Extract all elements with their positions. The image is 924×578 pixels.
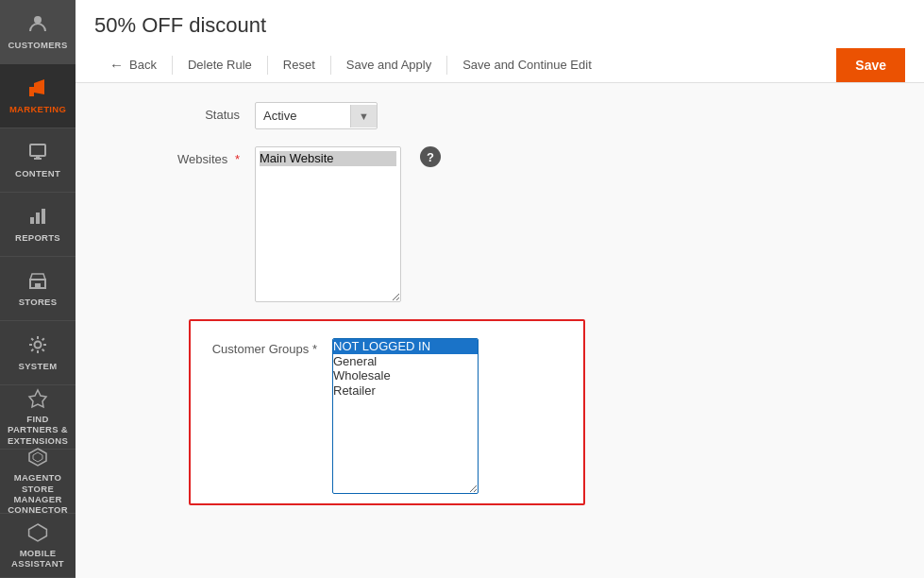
customer-groups-label: Customer Groups *: [200, 338, 332, 356]
svg-rect-4: [30, 144, 45, 156]
svg-rect-7: [30, 217, 34, 224]
customer-groups-control: NOT LOGGED IN General Wholesale Retailer: [332, 338, 479, 494]
status-control: Active Inactive ▼: [255, 102, 896, 129]
sidebar-item-mobile-assistant-label: MOBILE ASSISTANT: [4, 548, 72, 570]
svg-rect-8: [36, 212, 40, 224]
svg-point-12: [35, 342, 42, 348]
sidebar-item-stores-label: STORES: [19, 297, 58, 307]
toolbar: ← Back Delete Rule Reset Save and Apply …: [94, 47, 905, 82]
svg-marker-14: [29, 449, 46, 466]
header: 50% OFF discount ← Back Delete Rule Rese…: [76, 0, 924, 83]
sidebar-item-find-partners-label: FIND PARTNERS & EXTENSIONS: [4, 414, 72, 446]
sidebar-item-content[interactable]: CONTENT: [0, 128, 76, 193]
svg-rect-11: [35, 283, 41, 288]
svg-rect-3: [29, 94, 34, 96]
customer-groups-required-star: *: [312, 342, 317, 356]
sidebar-item-reports[interactable]: REPORTS: [0, 193, 76, 257]
sidebar-item-marketing[interactable]: MARKETING: [0, 64, 76, 128]
status-row: Status Active Inactive ▼: [104, 102, 896, 129]
sidebar-item-marketing-label: MARKETING: [9, 104, 66, 114]
status-select-wrapper: Active Inactive ▼: [255, 102, 378, 129]
sidebar-item-customers[interactable]: CUSTOMERS: [0, 0, 76, 64]
websites-listbox[interactable]: Main Website: [255, 146, 401, 302]
stores-icon: [26, 269, 49, 292]
back-button[interactable]: ← Back: [94, 47, 172, 82]
websites-row: Websites * Main Website ?: [104, 146, 896, 302]
svg-rect-1: [29, 87, 34, 94]
svg-rect-6: [36, 156, 40, 158]
customer-groups-listbox[interactable]: NOT LOGGED IN General Wholesale Retailer: [332, 338, 479, 494]
reports-icon: [26, 205, 49, 228]
sidebar: CUSTOMERS MARKETING CONTENT: [0, 0, 76, 578]
magento-store-icon: [26, 447, 49, 468]
svg-marker-15: [33, 452, 42, 462]
sidebar-item-magento-store[interactable]: MAGENTO STORE MANAGER CONNECTOR: [0, 450, 76, 514]
content-icon: [26, 141, 49, 163]
svg-point-0: [34, 16, 42, 24]
system-icon: [26, 333, 49, 356]
customer-groups-section: Customer Groups * NOT LOGGED IN General …: [189, 319, 585, 505]
websites-required-star: *: [235, 152, 240, 166]
page-title: 50% OFF discount: [94, 13, 905, 38]
customer-groups-inner: Customer Groups * NOT LOGGED IN General …: [200, 338, 574, 494]
marketing-icon: [26, 76, 49, 99]
main-content: 50% OFF discount ← Back Delete Rule Rese…: [76, 0, 924, 578]
customers-icon: [26, 12, 49, 35]
save-and-continue-button[interactable]: Save and Continue Edit: [447, 48, 607, 81]
sidebar-item-mobile-assistant[interactable]: MOBILE ASSISTANT: [0, 514, 76, 578]
sidebar-item-magento-store-label: MAGENTO STORE MANAGER CONNECTOR: [4, 472, 72, 516]
back-arrow-icon: ←: [109, 57, 124, 73]
svg-marker-2: [34, 79, 44, 94]
sidebar-item-system-label: SYSTEM: [19, 361, 58, 371]
reset-button[interactable]: Reset: [268, 48, 330, 81]
sidebar-item-customers-label: CUSTOMERS: [8, 40, 67, 50]
find-partners-icon: [26, 388, 49, 409]
sidebar-item-system[interactable]: SYSTEM: [0, 321, 76, 385]
svg-marker-16: [29, 524, 47, 541]
svg-rect-5: [34, 158, 42, 160]
websites-help-icon[interactable]: ?: [420, 146, 441, 167]
status-dropdown-arrow-icon[interactable]: ▼: [350, 105, 377, 128]
websites-control: Main Website ?: [255, 146, 896, 302]
save-and-apply-button[interactable]: Save and Apply: [331, 48, 446, 81]
websites-label: Websites *: [104, 146, 255, 166]
delete-rule-button[interactable]: Delete Rule: [173, 48, 267, 81]
svg-rect-9: [42, 209, 45, 224]
sidebar-item-stores[interactable]: STORES: [0, 257, 76, 321]
sidebar-item-find-partners[interactable]: FIND PARTNERS & EXTENSIONS: [0, 385, 76, 450]
mobile-assistant-icon: [26, 522, 49, 543]
sidebar-item-content-label: CONTENT: [15, 168, 60, 178]
status-label: Status: [104, 102, 255, 122]
sidebar-item-reports-label: REPORTS: [15, 232, 60, 243]
svg-marker-13: [29, 390, 46, 407]
form-content: Status Active Inactive ▼ Websites * Main: [76, 83, 924, 578]
save-button[interactable]: Save: [836, 48, 905, 82]
status-select[interactable]: Active Inactive: [256, 103, 350, 128]
